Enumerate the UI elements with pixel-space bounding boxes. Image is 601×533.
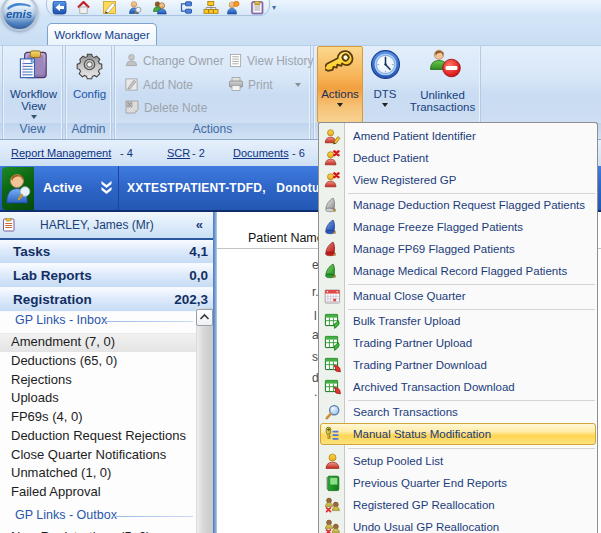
svg-text:emis: emis [6, 8, 32, 20]
